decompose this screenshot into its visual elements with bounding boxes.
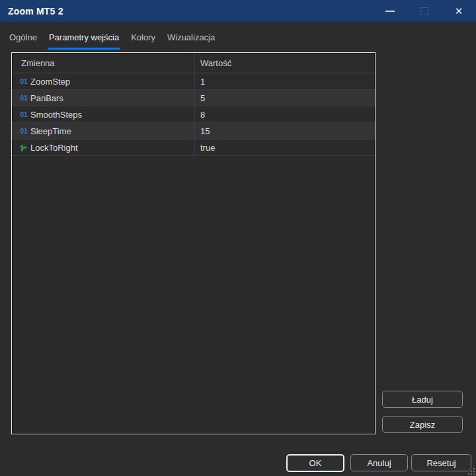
integer-param-icon: 01 <box>17 128 30 135</box>
integer-param-icon: 01 <box>17 111 30 118</box>
param-name: SmoothSteps <box>30 110 82 120</box>
window-title: Zoom MT5 2 <box>0 6 63 17</box>
reset-button[interactable]: Resetuj <box>411 454 471 471</box>
param-value[interactable]: 5 <box>200 93 205 103</box>
table-row[interactable]: 01 ZoomStep 1 <box>12 73 375 90</box>
minimize-button[interactable] <box>373 0 407 22</box>
table-row[interactable]: 01 SleepTime 15 <box>12 123 375 139</box>
column-header-zmienna: Zmienna <box>12 53 194 73</box>
param-name: SleepTime <box>30 126 71 136</box>
param-value[interactable]: true <box>200 143 215 153</box>
table-row[interactable]: 01 PanBars 5 <box>12 90 375 106</box>
ok-button[interactable]: OK <box>286 454 344 472</box>
minimize-icon <box>385 11 395 12</box>
param-value[interactable]: 1 <box>200 77 205 87</box>
integer-param-icon: 01 <box>17 95 30 102</box>
table-row[interactable]: 01 SmoothSteps 8 <box>12 106 375 123</box>
close-icon: ✕ <box>455 6 463 16</box>
maximize-icon <box>420 7 428 15</box>
column-header-wartosc: Wartość <box>194 53 375 73</box>
tab-ogolne[interactable]: Ogólne <box>8 26 38 50</box>
integer-param-icon: 01 <box>17 78 30 85</box>
param-name: LockToRight <box>30 143 78 153</box>
tab-bar: Ogólne Parametry wejścia Kolory Wizualiz… <box>0 22 476 50</box>
title-bar: Zoom MT5 2 ✕ <box>0 0 476 22</box>
param-value[interactable]: 8 <box>200 110 205 120</box>
close-button[interactable]: ✕ <box>442 0 476 22</box>
tab-wizualizacja[interactable]: Wizualizacja <box>166 26 216 50</box>
table-row[interactable]: LockToRight true <box>12 139 375 156</box>
resize-grip[interactable] <box>467 467 475 475</box>
cancel-button[interactable]: Anuluj <box>350 454 408 471</box>
param-name: PanBars <box>30 93 63 103</box>
tab-kolory[interactable]: Kolory <box>130 26 157 50</box>
table-header-row: Zmienna Wartość <box>12 53 375 73</box>
param-value[interactable]: 15 <box>200 126 210 136</box>
tab-parametry-wejscia[interactable]: Parametry wejścia <box>48 26 120 50</box>
load-button[interactable]: Ładuj <box>382 391 463 408</box>
param-name: ZoomStep <box>30 77 70 87</box>
bool-param-icon <box>17 143 30 152</box>
maximize-button[interactable] <box>407 0 442 22</box>
window-controls: ✕ <box>373 0 476 22</box>
save-button[interactable]: Zapisz <box>382 416 463 433</box>
parameters-panel: Zmienna Wartość 01 ZoomStep 1 01 PanBars… <box>11 52 376 434</box>
